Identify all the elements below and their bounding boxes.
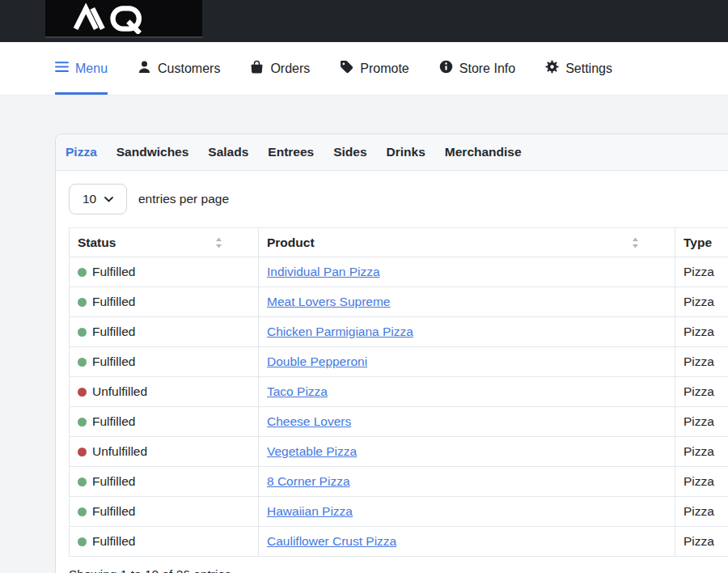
product-link-8-corner-pizza[interactable]: 8 Corner Pizza	[267, 474, 350, 488]
tab-entrees[interactable]: Entrees	[268, 145, 314, 159]
table-row: Fulfilled Individual Pan Pizza Pizza	[70, 257, 728, 287]
table-row: Fulfilled Cheese Lovers Pizza	[70, 407, 728, 437]
table-row: Unfulfilled Taco Pizza Pizza	[70, 377, 728, 407]
tab-sandwiches[interactable]: Sandwiches	[116, 145, 189, 159]
status-label: Fulfilled	[92, 504, 135, 519]
column-header-type[interactable]: Type	[675, 228, 728, 257]
gear-icon	[545, 60, 559, 77]
status-badge: Fulfilled	[78, 474, 250, 489]
nav-item-label: Menu	[75, 62, 108, 76]
status-dot-icon	[78, 448, 87, 456]
table-row: Fulfilled 8 Corner Pizza Pizza	[70, 467, 728, 497]
column-header-product[interactable]: Product	[259, 228, 675, 257]
type-cell: Pizza	[675, 377, 728, 407]
entries-per-page-value: 10	[83, 192, 96, 206]
status-dot-icon	[78, 298, 87, 307]
type-cell: Pizza	[675, 287, 728, 317]
nav-item-label: Settings	[565, 62, 612, 76]
status-badge: Fulfilled	[78, 504, 250, 519]
table-row: Fulfilled Hawaiian Pizza Pizza	[70, 497, 728, 527]
type-cell: Pizza	[675, 437, 728, 467]
status-badge: Fulfilled	[78, 325, 250, 339]
card-body: 10 entries per page StatusProductType	[56, 171, 728, 573]
column-header-status[interactable]: Status	[70, 228, 259, 257]
nav-item-label: Orders	[270, 62, 310, 76]
status-dot-icon	[78, 478, 87, 486]
table-row: Unfulfilled Vegetable Pizza Pizza	[70, 437, 728, 467]
menu-card: Pizza Sandwiches Salads Entrees Sides Dr…	[55, 134, 728, 573]
aiq-logo-icon	[73, 3, 175, 34]
status-badge: Fulfilled	[78, 295, 250, 309]
nav-item-settings[interactable]: Settings	[545, 42, 612, 95]
product-link-cheese-lovers[interactable]: Cheese Lovers	[267, 414, 351, 428]
status-dot-icon	[78, 358, 87, 367]
status-badge: Unfulfilled	[78, 384, 250, 399]
products-table: StatusProductType Fulfilled	[69, 227, 728, 557]
product-link-vegetable-pizza[interactable]: Vegetable Pizza	[267, 444, 357, 458]
primary-nav: Menu Customers Orders Promote Store Info…	[0, 42, 728, 96]
tab-salads[interactable]: Salads	[208, 145, 248, 159]
column-header-label: Type	[684, 236, 712, 249]
status-label: Unfulfilled	[92, 384, 147, 399]
status-label: Fulfilled	[92, 295, 135, 309]
tab-pizza[interactable]: Pizza	[66, 145, 97, 159]
nav-item-label: Promote	[360, 62, 408, 76]
status-label: Fulfilled	[92, 414, 135, 429]
nav-item-menu[interactable]: Menu	[55, 42, 108, 95]
nav-item-store-info[interactable]: Store Info	[439, 42, 515, 95]
tab-sides[interactable]: Sides	[333, 145, 366, 159]
sort-icon[interactable]	[215, 237, 222, 248]
status-badge: Unfulfilled	[78, 444, 250, 459]
nav-item-label: Customers	[158, 62, 220, 76]
sort-icon[interactable]	[632, 237, 639, 248]
nav-item-promote[interactable]: Promote	[340, 42, 408, 95]
table-row: Fulfilled Cauliflower Crust Pizza Pizza	[70, 527, 728, 557]
status-badge: Fulfilled	[78, 354, 250, 369]
product-link-taco-pizza[interactable]: Taco Pizza	[267, 384, 328, 398]
status-badge: Fulfilled	[78, 265, 250, 279]
type-cell: Pizza	[675, 317, 728, 347]
product-link-individual-pan-pizza[interactable]: Individual Pan Pizza	[267, 265, 380, 278]
status-label: Fulfilled	[92, 265, 135, 279]
status-label: Fulfilled	[92, 354, 135, 369]
bag-icon	[250, 60, 264, 77]
product-link-cauliflower-crust-pizza[interactable]: Cauliflower Crust Pizza	[267, 534, 396, 548]
status-dot-icon	[78, 268, 87, 277]
status-dot-icon	[78, 418, 87, 427]
status-badge: Fulfilled	[78, 534, 250, 549]
status-label: Unfulfilled	[92, 444, 147, 459]
product-link-double-pepperoni[interactable]: Double Pepperoni	[267, 354, 367, 368]
nav-item-orders[interactable]: Orders	[250, 42, 310, 95]
table-row: Fulfilled Double Pepperoni Pizza	[70, 347, 728, 377]
type-cell: Pizza	[675, 257, 728, 287]
status-dot-icon	[78, 388, 87, 397]
status-dot-icon	[78, 537, 87, 546]
entries-per-page-select[interactable]: 10	[69, 184, 127, 214]
tag-icon	[340, 60, 353, 77]
nav-item-customers[interactable]: Customers	[138, 42, 220, 95]
product-link-chicken-parmigiana-pizza[interactable]: Chicken Parmigiana Pizza	[267, 325, 413, 338]
product-link-meat-lovers-supreme[interactable]: Meat Lovers Supreme	[267, 295, 391, 308]
top-header-bar	[0, 0, 728, 42]
type-cell: Pizza	[675, 527, 728, 557]
table-row: Fulfilled Meat Lovers Supreme Pizza	[70, 287, 728, 317]
brand-logo[interactable]	[45, 0, 202, 38]
status-badge: Fulfilled	[78, 414, 250, 429]
column-header-label: Product	[267, 236, 315, 249]
status-dot-icon	[78, 328, 87, 337]
tab-merchandise[interactable]: Merchandise	[445, 145, 522, 159]
status-label: Fulfilled	[92, 474, 135, 489]
status-label: Fulfilled	[92, 534, 135, 549]
type-cell: Pizza	[675, 467, 728, 497]
page-content: Pizza Sandwiches Salads Entrees Sides Dr…	[0, 96, 728, 573]
entries-per-page-label: entries per page	[138, 192, 229, 206]
hamburger-icon	[55, 61, 69, 76]
product-link-hawaiian-pizza[interactable]: Hawaiian Pizza	[267, 504, 353, 518]
type-cell: Pizza	[675, 497, 728, 527]
status-label: Fulfilled	[92, 325, 135, 339]
type-cell: Pizza	[675, 407, 728, 437]
tab-drinks[interactable]: Drinks	[387, 145, 425, 159]
person-icon	[138, 60, 151, 77]
column-header-label: Status	[78, 236, 116, 249]
info-icon	[439, 60, 453, 77]
